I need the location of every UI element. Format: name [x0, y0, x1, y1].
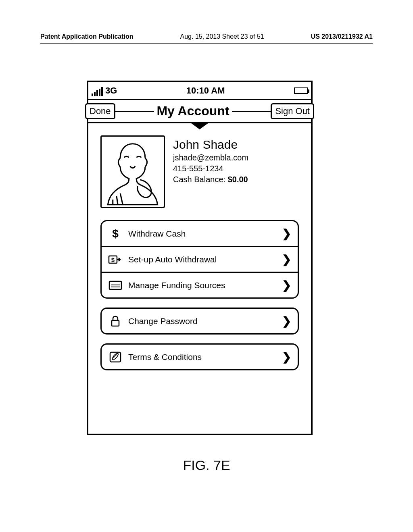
- profile-info: John Shade jshade@zembla.com 415-555-123…: [173, 135, 299, 208]
- menu-group-3: Terms & Conditions ❯: [100, 343, 299, 370]
- header-right: US 2013/0211932 A1: [311, 33, 373, 40]
- menu-label: Set-up Auto Withdrawal: [128, 255, 276, 264]
- profile-phone: 415-555-1234: [173, 164, 299, 173]
- chevron-right-icon: ❯: [282, 278, 291, 292]
- chevron-right-icon: ❯: [282, 227, 291, 240]
- menu-group-1: $ Withdraw Cash ❯ $ Set-up Auto Withdraw…: [100, 220, 299, 299]
- menu-group-2: Change Password ❯: [100, 308, 299, 335]
- status-time: 10:10 AM: [117, 85, 294, 96]
- network-label: 3G: [105, 85, 117, 96]
- profile-section: John Shade jshade@zembla.com 415-555-123…: [100, 135, 299, 208]
- balance-amount: $0.00: [228, 175, 248, 184]
- balance-label: Cash Balance:: [173, 175, 228, 184]
- header-center: Aug. 15, 2013 Sheet 23 of 51: [180, 33, 264, 40]
- menu-label: Change Password: [128, 316, 276, 326]
- dropdown-indicator-icon[interactable]: [191, 123, 209, 129]
- auto-withdrawal-icon: $: [108, 254, 123, 266]
- chevron-right-icon: ❯: [282, 350, 291, 364]
- menu-label: Terms & Conditions: [128, 352, 276, 362]
- svg-text:$: $: [112, 228, 119, 240]
- chevron-right-icon: ❯: [282, 314, 291, 328]
- lock-icon: [108, 315, 123, 327]
- profile-name: John Shade: [173, 138, 299, 152]
- svg-rect-8: [110, 352, 121, 362]
- phone-frame: 3G 10:10 AM Done My Account Sign Out: [87, 81, 313, 435]
- menu-label: Manage Funding Sources: [128, 281, 276, 290]
- svg-text:$: $: [111, 256, 115, 263]
- header-left: Patent Application Publication: [40, 33, 133, 40]
- avatar: [100, 135, 165, 208]
- menu-item-terms[interactable]: Terms & Conditions ❯: [102, 345, 298, 369]
- card-icon: [108, 279, 123, 291]
- menu-item-funding-sources[interactable]: Manage Funding Sources ❯: [102, 272, 298, 297]
- dollar-icon: $: [108, 228, 123, 240]
- profile-balance: Cash Balance: $0.00: [173, 175, 299, 184]
- menu-item-withdraw-cash[interactable]: $ Withdraw Cash ❯: [102, 221, 298, 246]
- menu-label: Withdraw Cash: [128, 229, 276, 239]
- content: John Shade jshade@zembla.com 415-555-123…: [88, 123, 311, 383]
- battery-icon: [294, 87, 308, 94]
- nav-bar: Done My Account Sign Out: [88, 100, 311, 123]
- sign-out-button[interactable]: Sign Out: [271, 103, 314, 119]
- document-icon: [108, 351, 123, 363]
- done-button[interactable]: Done: [85, 103, 115, 119]
- status-left: 3G: [92, 85, 117, 96]
- status-bar: 3G 10:10 AM: [88, 82, 311, 100]
- svg-rect-7: [112, 320, 119, 326]
- nav-title: My Account: [154, 104, 232, 118]
- signal-icon: [92, 87, 103, 96]
- figure-label: FIG. 7E: [0, 457, 413, 473]
- profile-email: jshade@zembla.com: [173, 153, 299, 162]
- page-header: Patent Application Publication Aug. 15, …: [40, 33, 373, 44]
- avatar-drawing-icon: [102, 137, 164, 207]
- menu-item-auto-withdrawal[interactable]: $ Set-up Auto Withdrawal ❯: [102, 246, 298, 272]
- chevron-right-icon: ❯: [282, 253, 291, 266]
- menu-item-change-password[interactable]: Change Password ❯: [102, 309, 298, 333]
